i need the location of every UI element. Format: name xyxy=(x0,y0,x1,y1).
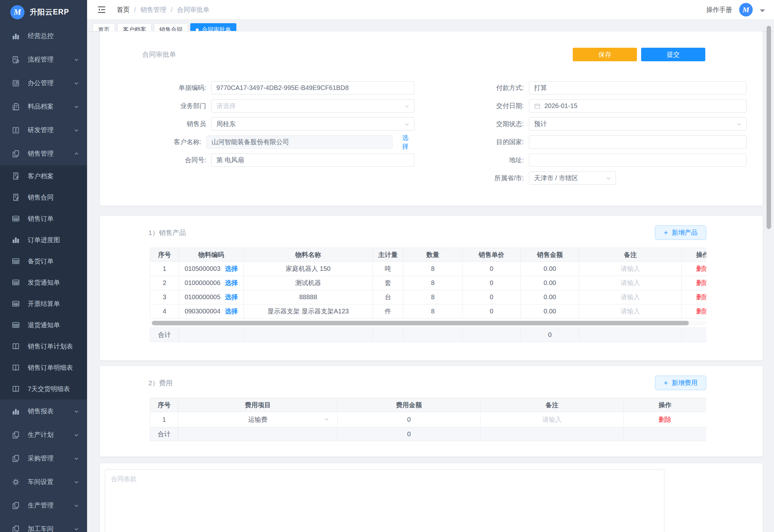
sidebar-item-sales-order-plan[interactable]: 销售订单计划表 xyxy=(0,336,87,357)
products-header-row: 序号 物料编码 物料名称 主计量 数量 销售单价 销售金额 备注 操作 xyxy=(150,248,707,262)
sidebar-item-customer-archive[interactable]: 客户档案 xyxy=(0,165,87,187)
chevron-down-icon xyxy=(74,81,79,85)
app-logo[interactable]: M 升阳云ERP xyxy=(0,0,87,24)
submit-button[interactable]: 提交 xyxy=(641,48,705,61)
sidebar-item-order-progress-chart[interactable]: 订单进度图 xyxy=(0,229,87,251)
sidebar-item-label: 销售订单 xyxy=(28,214,54,223)
horizontal-scrollbar-thumb[interactable] xyxy=(152,321,689,325)
sidebar-item-label: 生产计划 xyxy=(28,430,54,439)
delete-row-link[interactable]: 删除 xyxy=(659,416,671,423)
sidebar-item-invoice-settlement[interactable]: 开票结算单 xyxy=(0,293,87,314)
remark-input[interactable] xyxy=(583,293,678,301)
payment-field[interactable] xyxy=(534,84,741,92)
info-square-icon xyxy=(12,126,20,134)
contract-terms-textarea[interactable] xyxy=(105,469,664,532)
remark-input[interactable] xyxy=(486,416,618,423)
sidebar-item-purchase-mgmt[interactable]: 采购管理 xyxy=(0,447,87,470)
fees-table-viewport: 序号 费用项目 费用金额 备注 操作 1 运输费 0 xyxy=(150,398,706,441)
user-menu-caret-icon[interactable] xyxy=(760,9,765,12)
sidebar-item-production-plan[interactable]: 生产计划 xyxy=(0,423,87,447)
delivery-date-picker[interactable]: 2026-01-15 xyxy=(529,99,747,113)
add-product-button[interactable]: + 新增产品 xyxy=(655,225,706,240)
select-material-link[interactable]: 选择 xyxy=(225,279,238,287)
sidebar-item-production-mgmt[interactable]: 生产管理 xyxy=(0,494,87,517)
sidebar-item-label: 采购管理 xyxy=(28,454,54,463)
select-material-link[interactable]: 选择 xyxy=(225,307,238,316)
doc-code-label: 单据编码: xyxy=(100,84,211,92)
select-material-link[interactable]: 选择 xyxy=(225,293,238,301)
sidebar-item-rnd-mgmt[interactable]: 研发管理 xyxy=(0,118,87,142)
dest-country-field[interactable] xyxy=(534,138,741,146)
horizontal-scrollbar-track xyxy=(150,321,706,325)
vertical-scrollbar-thumb[interactable] xyxy=(767,26,771,229)
bar-chart-icon xyxy=(12,236,20,244)
sidebar-item-sales-contract[interactable]: 销售合同 xyxy=(0,187,87,208)
calendar-icon xyxy=(534,103,541,109)
salesman-select[interactable]: 周桂东 xyxy=(211,117,414,131)
sidebar-collapse-icon[interactable] xyxy=(97,5,106,15)
sidebar-item-business-overview[interactable]: 经营总控 xyxy=(0,24,87,48)
remark-input[interactable] xyxy=(583,265,678,272)
department-placeholder: 请选择 xyxy=(216,102,236,110)
sidebar-item-label: 经营总控 xyxy=(28,32,54,40)
customer-select-link[interactable]: 选择 xyxy=(402,133,414,151)
id-card-icon xyxy=(12,79,20,87)
sidebar-item-sales-order-detail[interactable]: 销售订单明细表 xyxy=(0,357,87,378)
delete-row-link[interactable]: 删除 xyxy=(696,308,707,315)
tab-customer-archive[interactable]: 客户档案 xyxy=(117,23,152,31)
fees-header-row: 序号 费用项目 费用金额 备注 操作 xyxy=(150,398,707,412)
fee-item-select[interactable]: 运输费 xyxy=(178,412,338,427)
doc-code-field[interactable] xyxy=(216,84,409,92)
copy-doc-icon xyxy=(12,454,20,463)
customer-label: 客户名称: xyxy=(100,138,206,146)
sidebar-item-label: 加工车间 xyxy=(28,525,54,532)
table-row: 1 运输费 0 删除 xyxy=(150,412,707,427)
sidebar-item-shipping-notice[interactable]: 发货通知单 xyxy=(0,272,87,293)
sidebar-item-processing-workshop[interactable]: 加工车间 xyxy=(0,517,87,532)
sidebar-item-return-notice[interactable]: 退货通知单 xyxy=(0,314,87,336)
sidebar-item-sales-mgmt[interactable]: 销售管理 xyxy=(0,142,87,165)
sidebar-item-workshop-settings[interactable]: 车间设置 xyxy=(0,470,87,494)
sidebar-item-office-mgmt[interactable]: 办公管理 xyxy=(0,71,87,95)
breadcrumb-current: 合同审批单 xyxy=(177,5,209,14)
sidebar-item-sales-order[interactable]: 销售订单 xyxy=(0,208,87,229)
select-material-link[interactable]: 选择 xyxy=(225,264,238,273)
delivery-status-select[interactable]: 预计 xyxy=(529,117,747,131)
page-title: 合同审批单 xyxy=(142,50,176,59)
avatar[interactable]: M xyxy=(739,3,753,16)
open-book-icon xyxy=(12,363,20,372)
sidebar-item-label: 发货通知单 xyxy=(28,278,60,287)
remark-input[interactable] xyxy=(583,308,678,315)
tab-home[interactable]: 首页 xyxy=(93,23,115,31)
material-code: 0100000006 xyxy=(184,279,220,287)
sidebar-item-label: 销售订单明细表 xyxy=(28,363,73,372)
manual-link[interactable]: 操作手册 xyxy=(706,5,732,14)
plus-icon: + xyxy=(664,229,668,236)
province-cascader[interactable]: 天津市 / 市辖区 xyxy=(529,172,616,185)
department-select[interactable]: 请选择 xyxy=(211,99,414,113)
remark-input[interactable] xyxy=(583,279,678,287)
col-header-remark: 备注 xyxy=(481,398,624,412)
breadcrumb-section: 销售管理 xyxy=(141,5,166,14)
sidebar-item-label: 办公管理 xyxy=(28,79,54,87)
address-field[interactable] xyxy=(534,156,741,164)
sidebar-item-sales-report[interactable]: 销售报表 xyxy=(0,399,87,423)
total-label: 合计 xyxy=(150,328,179,342)
sidebar-item-stock-order[interactable]: 备货订单 xyxy=(0,251,87,272)
fees-table: 序号 费用项目 费用金额 备注 操作 1 运输费 0 xyxy=(150,398,706,441)
breadcrumb-home[interactable]: 首页 xyxy=(117,5,130,14)
sidebar-item-7day-delivery-detail[interactable]: 7天交货明细表 xyxy=(0,378,87,399)
contract-no-field[interactable] xyxy=(216,156,409,164)
add-fee-button[interactable]: + 新增费用 xyxy=(655,376,706,390)
sidebar-item-material-archive[interactable]: 料品档案 xyxy=(0,95,87,118)
save-button[interactable]: 保存 xyxy=(573,48,637,61)
tab-sales-contract[interactable]: 销售合同 xyxy=(154,23,188,31)
tab-contract-approval[interactable]: 合同审批单 xyxy=(190,23,236,31)
delete-row-link[interactable]: 删除 xyxy=(696,293,707,300)
delete-row-link[interactable]: 删除 xyxy=(696,279,707,286)
add-fee-label: 新增费用 xyxy=(672,379,698,387)
sidebar-item-label: 销售管理 xyxy=(28,149,54,158)
delete-row-link[interactable]: 删除 xyxy=(696,265,707,272)
sidebar-item-process-mgmt[interactable]: 流程管理 xyxy=(0,48,87,71)
chevron-down-icon xyxy=(404,103,410,109)
